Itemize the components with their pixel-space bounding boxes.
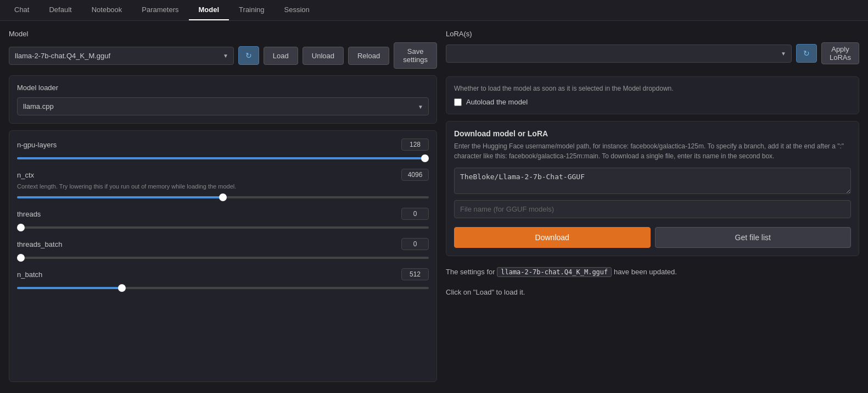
lora-select[interactable] [446, 45, 792, 63]
right-panel: LoRA(s) ↻ Apply LoRAs Whether to load th… [437, 30, 859, 382]
lora-header-row: ↻ Apply LoRAs [446, 42, 859, 64]
slider-header-n-batch: n_batch 512 [17, 268, 429, 280]
autoload-checkbox-row: Autoload the model [454, 98, 851, 106]
top-nav: Chat Default Notebook Parameters Model T… [0, 0, 868, 21]
tab-chat[interactable]: Chat [4, 0, 39, 20]
slider-n-gpu-layers[interactable] [17, 157, 429, 159]
status-model-code: llama-2-7b-chat.Q4_K_M.gguf [497, 267, 612, 277]
model-select[interactable]: llama-2-7b-chat.Q4_K_M.gguf [9, 47, 234, 65]
slider-label-n-batch: n_batch [17, 270, 42, 279]
loader-section: Model loader llama.cpp [9, 75, 437, 124]
slider-header-n-gpu-layers: n-gpu-layers 128 [17, 139, 429, 151]
loader-select-wrapper: llama.cpp [17, 97, 429, 115]
tab-parameters[interactable]: Parameters [132, 0, 188, 20]
save-settings-button[interactable]: Save settings [394, 42, 437, 69]
slider-row-n-batch: n_batch 512 [17, 268, 429, 291]
slider-header-n-ctx: n_ctx 4096 [17, 169, 429, 181]
tab-model[interactable]: Model [189, 0, 229, 20]
slider-row-threads: threads 0 [17, 208, 429, 230]
tab-notebook[interactable]: Notebook [82, 0, 132, 20]
slider-label-threads-batch: threads_batch [17, 240, 62, 248]
apply-loras-button[interactable]: Apply LoRAs [821, 42, 859, 64]
download-button[interactable]: Download [454, 227, 651, 248]
status-prefix: The settings for [446, 268, 497, 276]
autoload-desc: Whether to load the model as soon as it … [454, 85, 851, 92]
get-file-list-button[interactable]: Get file list [655, 227, 852, 248]
status-suffix: have been updated. [612, 268, 677, 276]
reload-button[interactable]: Reload [348, 47, 389, 65]
download-title: Download model or LoRA [454, 129, 851, 138]
model-row: llama-2-7b-chat.Q4_K_M.gguf ↻ Load Unloa… [9, 42, 437, 69]
slider-desc-n-ctx: Context length. Try lowering this if you… [17, 183, 429, 190]
slider-value-threads-batch: 0 [401, 238, 429, 250]
sliders-section: n-gpu-layers 128 n_ctx 4096 Context leng… [9, 130, 437, 382]
model-section-label: Model [9, 30, 437, 38]
model-path-input[interactable] [454, 168, 851, 194]
slider-threads[interactable] [17, 226, 429, 229]
slider-row-threads-batch: threads_batch 0 [17, 238, 429, 261]
slider-threads-batch[interactable] [17, 257, 429, 259]
download-btn-row: Download Get file list [454, 227, 851, 248]
status-text: The settings for llama-2-7b-chat.Q4_K_M.… [446, 267, 859, 277]
slider-value-n-ctx: 4096 [401, 169, 429, 181]
autoload-label: Autoload the model [466, 98, 528, 106]
slider-label-n-ctx: n_ctx [17, 171, 34, 179]
slider-label-n-gpu-layers: n-gpu-layers [17, 141, 57, 149]
tab-default[interactable]: Default [39, 0, 81, 20]
download-desc: Enter the Hugging Face username/model pa… [454, 141, 851, 161]
model-refresh-button[interactable]: ↻ [238, 46, 259, 65]
file-name-input[interactable] [454, 200, 851, 218]
model-select-wrapper: llama-2-7b-chat.Q4_K_M.gguf [9, 47, 234, 65]
lora-select-wrapper [446, 45, 792, 63]
slider-value-threads: 0 [401, 208, 429, 220]
tab-training[interactable]: Training [229, 0, 274, 20]
main-content: Model llama-2-7b-chat.Q4_K_M.gguf ↻ Load… [0, 21, 868, 391]
loader-label: Model loader [17, 84, 429, 92]
status-hint: Click on "Load" to load it. [446, 288, 859, 296]
slider-header-threads: threads 0 [17, 208, 429, 220]
slider-row-n-gpu-layers: n-gpu-layers 128 [17, 139, 429, 161]
slider-value-n-batch: 512 [401, 268, 429, 280]
load-button[interactable]: Load [264, 47, 298, 65]
lora-refresh-button[interactable]: ↻ [796, 44, 817, 63]
slider-row-n-ctx: n_ctx 4096 Context length. Try lowering … [17, 169, 429, 200]
tab-session[interactable]: Session [275, 0, 320, 20]
slider-header-threads-batch: threads_batch 0 [17, 238, 429, 250]
slider-value-n-gpu-layers: 128 [401, 139, 429, 151]
left-panel: Model llama-2-7b-chat.Q4_K_M.gguf ↻ Load… [9, 30, 437, 382]
slider-n-batch[interactable] [17, 287, 429, 289]
autoload-section: Whether to load the model as soon as it … [446, 76, 859, 114]
loader-select[interactable]: llama.cpp [17, 97, 429, 115]
lora-section-label: LoRA(s) [446, 30, 859, 38]
autoload-checkbox[interactable] [454, 98, 462, 106]
download-section: Download model or LoRA Enter the Hugging… [446, 121, 859, 256]
slider-label-threads: threads [17, 210, 41, 218]
unload-button[interactable]: Unload [303, 47, 344, 65]
slider-n-ctx[interactable] [17, 196, 429, 198]
